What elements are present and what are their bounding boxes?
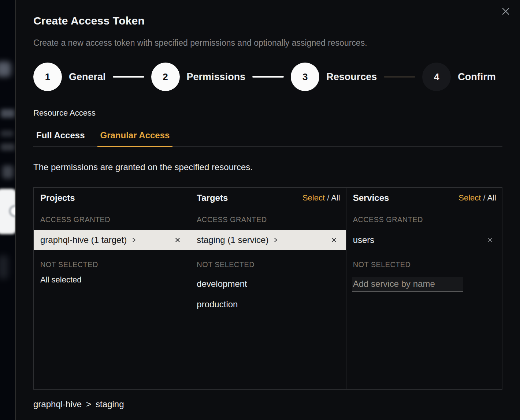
all-selected-note: All selected — [40, 275, 183, 285]
targets-select-link[interactable]: Select — [302, 193, 325, 202]
blurred-background-icon — [2, 165, 13, 179]
dialog-subtitle: Create a new access token with specified… — [33, 38, 502, 48]
services-select-link[interactable]: Select — [458, 193, 481, 202]
step-3-circle: 3 — [291, 63, 319, 91]
target-item-production[interactable]: production — [190, 294, 346, 315]
blurred-background-blob — [0, 255, 8, 279]
blurred-background-text — [1, 143, 15, 151]
x-icon — [331, 237, 337, 243]
not-selected-label: NOT SELECTED — [40, 260, 183, 269]
access-granted-label: ACCESS GRANTED — [40, 215, 183, 224]
services-column-header: Services Select / All — [346, 188, 502, 208]
step-connector — [384, 76, 415, 78]
step-resources[interactable]: 3 Resources — [291, 63, 377, 91]
tab-full-access[interactable]: Full Access — [33, 130, 88, 147]
projects-title: Projects — [40, 193, 75, 203]
select-all-separator: / — [327, 193, 329, 202]
step-connector — [252, 76, 284, 78]
granted-target-label: staging (1 service) — [197, 235, 268, 245]
projects-column: Projects ACCESS GRANTED graphql-hive (1 … — [34, 188, 190, 389]
step-permissions[interactable]: 2 Permissions — [151, 63, 246, 91]
blurred-background-text — [1, 130, 13, 137]
targets-select-all: Select / All — [302, 193, 340, 203]
remove-target-button[interactable] — [330, 236, 338, 244]
step-connector — [113, 76, 144, 78]
blurred-background-text — [1, 109, 15, 118]
access-granted-label: ACCESS GRANTED — [353, 215, 495, 224]
step-2-label: Permissions — [187, 71, 246, 83]
services-column: Services Select / All ACCESS GRANTED use… — [346, 188, 502, 389]
remove-project-button[interactable] — [174, 236, 182, 244]
step-4-label: Confirm — [458, 71, 496, 83]
create-access-token-dialog: Create Access Token Create a new access … — [15, 0, 520, 420]
step-confirm[interactable]: 4 Confirm — [422, 63, 496, 91]
chevron-right-icon — [273, 237, 279, 243]
step-1-label: General — [69, 71, 106, 83]
step-2-circle: 2 — [151, 63, 180, 91]
step-4-circle: 4 — [422, 63, 451, 91]
access-mode-tabs: Full Access Granular Access — [33, 130, 502, 147]
services-title: Services — [353, 193, 389, 203]
step-3-label: Resources — [326, 71, 377, 83]
chevron-right-icon — [131, 237, 137, 243]
step-1-circle: 1 — [33, 63, 62, 91]
services-select-all: Select / All — [458, 193, 496, 203]
picker-description: The permissions are granted on the speci… — [33, 162, 502, 172]
granted-service-row[interactable]: users — [346, 230, 502, 250]
not-selected-label: NOT SELECTED — [353, 260, 495, 269]
select-all-separator: / — [483, 193, 486, 202]
targets-column-header: Targets Select / All — [190, 188, 346, 208]
access-granted-label: ACCESS GRANTED — [197, 215, 339, 224]
granted-service-label: users — [353, 235, 375, 245]
resource-picker: Projects ACCESS GRANTED graphql-hive (1 … — [33, 187, 502, 390]
x-icon — [174, 237, 181, 243]
targets-all-link[interactable]: All — [331, 193, 340, 202]
granted-project-label: graphql-hive (1 target) — [40, 235, 127, 245]
projects-column-header: Projects — [34, 188, 190, 208]
add-service-input[interactable] — [352, 277, 463, 292]
breadcrumb-separator: > — [86, 399, 91, 409]
targets-column: Targets Select / All ACCESS GRANTED stag… — [190, 188, 346, 389]
dialog-title: Create Access Token — [33, 15, 502, 27]
x-icon — [501, 7, 510, 16]
tab-granular-access[interactable]: Granular Access — [97, 130, 173, 147]
granted-project-row[interactable]: graphql-hive (1 target) — [34, 230, 190, 250]
not-selected-label: NOT SELECTED — [197, 260, 339, 269]
background-page-strip — [0, 0, 15, 420]
wizard-stepper: 1 General 2 Permissions 3 Resources 4 Co… — [33, 63, 502, 91]
blurred-background-blob — [0, 61, 11, 77]
breadcrumb: graphql-hive > staging — [33, 399, 502, 409]
target-items: development production — [190, 274, 346, 315]
remove-service-button[interactable] — [486, 236, 494, 244]
step-general[interactable]: 1 General — [33, 63, 106, 91]
breadcrumb-project[interactable]: graphql-hive — [33, 399, 82, 409]
granted-target-row[interactable]: staging (1 service) — [190, 230, 346, 250]
target-item-development[interactable]: development — [190, 274, 346, 294]
breadcrumb-target[interactable]: staging — [96, 399, 124, 409]
resource-access-heading: Resource Access — [33, 108, 502, 118]
x-icon — [487, 237, 493, 243]
services-all-link[interactable]: All — [487, 193, 496, 202]
targets-title: Targets — [197, 193, 228, 203]
close-button[interactable] — [501, 7, 510, 16]
